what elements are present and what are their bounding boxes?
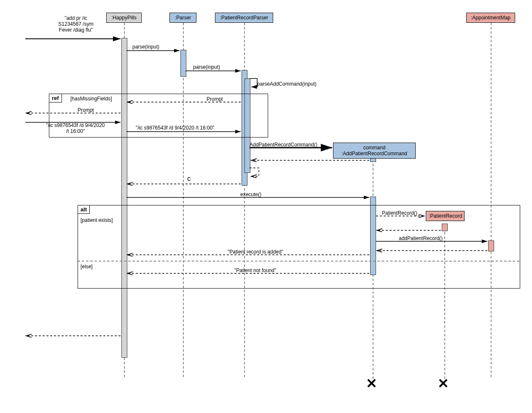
activation-parser xyxy=(180,50,186,77)
destroy-patientrecord: ✕ xyxy=(438,375,449,391)
lifeline-happypills: :HappyPills xyxy=(106,13,142,23)
ref-condition: [hasMissingFields] xyxy=(70,96,112,102)
msg-execute: execute() xyxy=(240,192,261,197)
alt-else-condition: [else] xyxy=(81,264,93,270)
lifeline-patientrecordparser: :PatientRecordParser xyxy=(215,13,273,23)
msg-addprcmd: AddPatientRecordCommand() xyxy=(250,142,317,148)
destroy-command: ✕ xyxy=(366,375,377,391)
lifeline-command: command :AddPatientRecordCommand xyxy=(333,143,416,159)
sequence-diagram: :HappyPills :Parser :PatientRecordParser… xyxy=(0,0,532,413)
lifeline-dash-appmap xyxy=(491,23,492,377)
msg-parseadd: parseAddCommand(input) xyxy=(257,81,317,87)
alt-label: alt xyxy=(78,205,90,214)
ref-label: ref xyxy=(49,94,62,103)
alt-if-condition: [patient exists] xyxy=(81,217,113,223)
msg-c: c xyxy=(187,175,191,183)
fragment-alt: alt [patient exists] [else] xyxy=(78,205,520,289)
fragment-ref: ref [hasMissingFields] xyxy=(49,94,268,138)
lifeline-appointmentmap: :AppointmentMap xyxy=(466,13,515,23)
lifeline-parser: :Parser xyxy=(169,13,196,23)
msg-parse1: parse(input) xyxy=(132,44,159,50)
msg-input: "add pr /ic S1234567 /sym Fever /diag fl… xyxy=(51,15,101,33)
activation-happypills xyxy=(121,38,127,358)
msg-parse2: parse(input) xyxy=(193,64,220,70)
